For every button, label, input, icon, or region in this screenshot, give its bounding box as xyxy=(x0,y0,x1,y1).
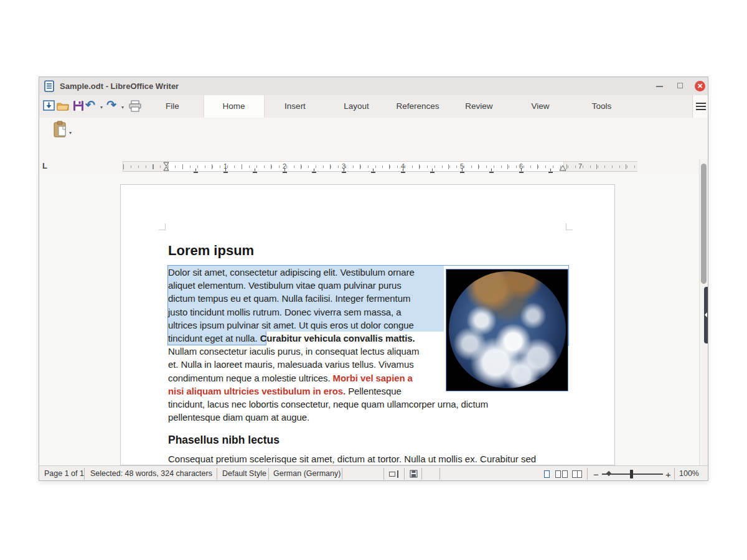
zoom-slider-handle[interactable] xyxy=(630,470,633,478)
tab-stop-mark xyxy=(312,169,316,173)
redo-icon[interactable]: ↷ xyxy=(106,98,116,112)
book-view-icon xyxy=(577,470,578,478)
text-line: tincidunt, lacus nec lobortis consectetu… xyxy=(168,399,488,412)
notebookbar-tab-row: ↶ ▾ ↷ ▾ FileHomeInsertLayoutReferencesRe… xyxy=(39,95,708,118)
document-page[interactable]: Lorem ipsum Dolor sit amet, consectetur … xyxy=(120,184,615,465)
tab-stop-mark xyxy=(371,169,375,173)
ruler-row: L 1234567 xyxy=(39,159,699,174)
text-line: tincidunt eget at nulla. Curabitur vehic… xyxy=(168,333,415,346)
undo-icon[interactable]: ↶ xyxy=(85,98,95,112)
ruler-number: 7 xyxy=(578,162,582,170)
tab-stop-mark xyxy=(283,169,287,173)
page-count-status[interactable]: Page 1 of 1 xyxy=(44,469,84,478)
text-line: nisi aliquam ultricies vestibulum in ero… xyxy=(168,386,402,399)
insert-mode-icon[interactable] xyxy=(397,470,398,478)
tab-review[interactable]: Review xyxy=(449,95,510,118)
insert-mode-icon[interactable] xyxy=(389,472,395,477)
tab-tools[interactable]: Tools xyxy=(571,95,632,118)
zoom-slider-tick xyxy=(606,471,611,476)
multi-page-view-icon[interactable] xyxy=(562,470,568,478)
text-line: pellentesque diam quam at augue. xyxy=(168,412,309,425)
main-toolbar: ▾ Paste ✂ Cut Copy Clone A Clear Liberat… xyxy=(39,118,708,160)
zoom-out-button[interactable]: − xyxy=(593,469,599,480)
status-bar: Page 1 of 1 Selected: 48 words, 324 char… xyxy=(39,465,708,481)
zoom-level-value[interactable]: 100% xyxy=(679,469,699,478)
right-margin-marker[interactable] xyxy=(559,165,566,171)
paste-dropdown-icon[interactable]: ▾ xyxy=(69,130,72,136)
selection-border xyxy=(568,265,569,346)
menu-hamburger-icon[interactable] xyxy=(692,95,708,118)
open-icon[interactable] xyxy=(55,98,70,114)
tab-stop-mark xyxy=(194,169,198,173)
text-line: ultrices ipsum pulvinar sit amet. Ut qui… xyxy=(168,320,414,333)
redo-dropdown-icon[interactable]: ▾ xyxy=(121,105,124,110)
text-line: Dolor sit amet, consectetur adipiscing e… xyxy=(168,267,415,280)
tab-stop-mark xyxy=(548,169,553,173)
tab-stop-mark xyxy=(489,169,494,173)
tab-stop-mark xyxy=(430,169,435,173)
tab-home[interactable]: Home xyxy=(204,95,265,118)
text-line: Consequat pretium scelerisque sit amet, … xyxy=(168,454,536,464)
tab-stop-mark xyxy=(401,169,405,173)
tab-view[interactable]: View xyxy=(510,95,571,118)
text-line: dictum tempus eu et quam. Nulla facilisi… xyxy=(168,293,410,306)
tab-stop-mark xyxy=(519,169,524,173)
tab-file[interactable]: File xyxy=(142,95,203,118)
text-boundary-corner-left xyxy=(159,223,166,230)
sidebar-toggle-handle[interactable] xyxy=(704,287,708,343)
document-heading2: Phasellus nibh lectus xyxy=(168,434,280,447)
undo-dropdown-icon[interactable]: ▾ xyxy=(100,105,103,110)
page-style-status[interactable]: Default Style xyxy=(222,469,266,478)
tab-stop-mark xyxy=(253,169,257,173)
tab-type-selector[interactable]: L xyxy=(42,161,47,170)
earth-globe xyxy=(449,271,566,388)
language-status[interactable]: German (Germany) xyxy=(273,469,341,478)
tab-insert[interactable]: Insert xyxy=(265,95,326,118)
sidebar-arrow-icon xyxy=(705,312,707,317)
menubar-toggle-icon[interactable] xyxy=(41,98,56,114)
indent-marker[interactable] xyxy=(163,162,169,171)
save-icon[interactable] xyxy=(71,98,86,114)
text-line: justo tincidunt mollis rutrum. Donec viv… xyxy=(168,307,401,320)
tab-stop-mark xyxy=(460,169,464,173)
tab-references[interactable]: References xyxy=(387,95,448,118)
libreoffice-writer-window: Sample.odt - LibreOffice Writer ✕ ↶ ▾ ↷ … xyxy=(39,77,708,481)
document-view: Lorem ipsum Dolor sit amet, consectetur … xyxy=(39,174,699,465)
scrollbar-thumb[interactable] xyxy=(701,164,707,284)
tab-layout[interactable]: Layout xyxy=(326,95,387,118)
word-count-status[interactable]: Selected: 48 words, 324 characters xyxy=(90,469,212,478)
zoom-in-button[interactable]: + xyxy=(665,469,671,480)
single-page-view-icon[interactable] xyxy=(544,470,550,478)
selection-border xyxy=(167,265,569,266)
print-icon[interactable] xyxy=(128,98,143,114)
multi-page-view-icon[interactable] xyxy=(555,470,561,478)
writer-document-icon xyxy=(44,80,55,92)
window-title: Sample.odt - LibreOffice Writer xyxy=(60,82,179,91)
title-bar: Sample.odt - LibreOffice Writer ✕ xyxy=(39,77,708,96)
paste-icon[interactable] xyxy=(53,121,68,138)
text-line: aliquet elementum. Vestibulum vitae quam… xyxy=(168,280,402,293)
restore-button[interactable] xyxy=(677,83,683,88)
text-line: condimentum neque a molestie ultrices. M… xyxy=(168,373,413,386)
tab-stop-mark xyxy=(223,169,228,173)
minimize-button[interactable] xyxy=(656,86,663,87)
save-status-icon[interactable] xyxy=(410,470,418,478)
text-boundary-corner-right xyxy=(566,223,573,230)
document-heading1: Lorem ipsum xyxy=(168,243,254,259)
text-line: et. Nulla in laoreet mauris, malesuada v… xyxy=(168,359,414,372)
text-line: Nullam consectetur iaculis purus, in con… xyxy=(168,346,419,359)
close-button[interactable]: ✕ xyxy=(695,81,705,91)
tab-stop-mark xyxy=(342,169,346,173)
horizontal-ruler[interactable]: 1234567 xyxy=(123,161,637,172)
earth-image[interactable] xyxy=(446,269,568,391)
